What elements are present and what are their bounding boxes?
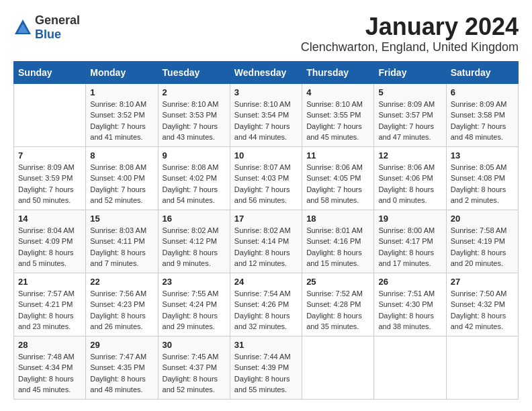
- calendar-cell: 10Sunrise: 8:07 AMSunset: 4:03 PMDayligh…: [230, 146, 302, 210]
- day-number: 29: [90, 340, 153, 350]
- day-number: 11: [306, 150, 369, 161]
- weekday-header-tuesday: Tuesday: [158, 61, 230, 83]
- day-info: Sunrise: 8:10 AMSunset: 3:55 PMDaylight:…: [306, 99, 369, 143]
- week-row-1: 1Sunrise: 8:10 AMSunset: 3:52 PMDaylight…: [14, 83, 519, 146]
- weekday-header-sunday: Sunday: [14, 61, 86, 83]
- day-info: Sunrise: 7:45 AMSunset: 4:37 PMDaylight:…: [163, 351, 226, 396]
- day-number: 20: [451, 214, 514, 224]
- calendar-cell: [446, 336, 518, 399]
- calendar-cell: 20Sunrise: 7:58 AMSunset: 4:19 PMDayligh…: [446, 210, 518, 273]
- calendar-header: SundayMondayTuesdayWednesdayThursdayFrid…: [14, 61, 519, 83]
- day-number: 14: [18, 214, 81, 224]
- day-number: 12: [378, 150, 441, 161]
- calendar-cell: 23Sunrise: 7:55 AMSunset: 4:24 PMDayligh…: [158, 273, 230, 336]
- day-info: Sunrise: 8:09 AMSunset: 3:59 PMDaylight:…: [18, 162, 81, 206]
- day-info: Sunrise: 8:06 AMSunset: 4:06 PMDaylight:…: [378, 162, 441, 206]
- calendar-table: SundayMondayTuesdayWednesdayThursdayFrid…: [13, 61, 519, 400]
- day-number: 26: [378, 277, 441, 287]
- day-info: Sunrise: 8:06 AMSunset: 4:05 PMDaylight:…: [306, 162, 369, 206]
- day-info: Sunrise: 8:10 AMSunset: 3:52 PMDaylight:…: [90, 99, 153, 143]
- day-info: Sunrise: 8:05 AMSunset: 4:08 PMDaylight:…: [451, 162, 514, 206]
- logo: General Blue: [13, 13, 80, 42]
- week-row-5: 28Sunrise: 7:48 AMSunset: 4:34 PMDayligh…: [14, 336, 519, 399]
- calendar-cell: 24Sunrise: 7:54 AMSunset: 4:26 PMDayligh…: [230, 273, 302, 336]
- day-info: Sunrise: 7:52 AMSunset: 4:28 PMDaylight:…: [306, 288, 369, 332]
- calendar-body: 1Sunrise: 8:10 AMSunset: 3:52 PMDaylight…: [14, 83, 519, 399]
- weekday-header-thursday: Thursday: [302, 61, 374, 83]
- calendar-cell: 7Sunrise: 8:09 AMSunset: 3:59 PMDaylight…: [14, 146, 86, 210]
- day-number: 17: [234, 214, 298, 224]
- calendar-cell: 5Sunrise: 8:09 AMSunset: 3:57 PMDaylight…: [374, 83, 446, 146]
- day-info: Sunrise: 8:08 AMSunset: 4:02 PMDaylight:…: [163, 162, 226, 206]
- day-number: 24: [234, 277, 298, 287]
- day-number: 28: [18, 340, 81, 350]
- day-info: Sunrise: 7:47 AMSunset: 4:35 PMDaylight:…: [90, 351, 153, 396]
- calendar-cell: 26Sunrise: 7:51 AMSunset: 4:30 PMDayligh…: [374, 273, 446, 336]
- weekday-row: SundayMondayTuesdayWednesdayThursdayFrid…: [14, 61, 519, 83]
- day-info: Sunrise: 8:02 AMSunset: 4:12 PMDaylight:…: [163, 225, 226, 269]
- week-row-3: 14Sunrise: 8:04 AMSunset: 4:09 PMDayligh…: [14, 210, 519, 273]
- day-number: 6: [451, 87, 514, 97]
- day-number: 30: [163, 340, 226, 350]
- week-row-2: 7Sunrise: 8:09 AMSunset: 3:59 PMDaylight…: [14, 146, 519, 210]
- calendar-cell: 28Sunrise: 7:48 AMSunset: 4:34 PMDayligh…: [14, 336, 86, 399]
- day-number: 9: [163, 150, 226, 161]
- day-info: Sunrise: 7:54 AMSunset: 4:26 PMDaylight:…: [234, 288, 298, 332]
- calendar-cell: [374, 336, 446, 399]
- day-info: Sunrise: 8:07 AMSunset: 4:03 PMDaylight:…: [234, 162, 298, 206]
- calendar-cell: 19Sunrise: 8:00 AMSunset: 4:17 PMDayligh…: [374, 210, 446, 273]
- calendar-cell: 6Sunrise: 8:09 AMSunset: 3:58 PMDaylight…: [446, 83, 518, 146]
- calendar-cell: 22Sunrise: 7:56 AMSunset: 4:23 PMDayligh…: [86, 273, 158, 336]
- day-number: 4: [306, 87, 369, 97]
- day-info: Sunrise: 8:04 AMSunset: 4:09 PMDaylight:…: [18, 225, 81, 269]
- day-info: Sunrise: 8:10 AMSunset: 3:54 PMDaylight:…: [234, 99, 298, 143]
- day-info: Sunrise: 8:02 AMSunset: 4:14 PMDaylight:…: [234, 225, 298, 269]
- day-number: 7: [18, 150, 81, 161]
- logo-general: General: [35, 13, 80, 27]
- calendar-cell: 17Sunrise: 8:02 AMSunset: 4:14 PMDayligh…: [230, 210, 302, 273]
- calendar-cell: 14Sunrise: 8:04 AMSunset: 4:09 PMDayligh…: [14, 210, 86, 273]
- day-number: 27: [451, 277, 514, 287]
- day-number: 18: [306, 214, 369, 224]
- logo-blue: Blue: [35, 28, 61, 41]
- day-number: 19: [378, 214, 441, 224]
- month-title: January 2024: [301, 13, 519, 40]
- calendar-cell: 31Sunrise: 7:44 AMSunset: 4:39 PMDayligh…: [230, 336, 302, 399]
- weekday-header-wednesday: Wednesday: [230, 61, 302, 83]
- day-info: Sunrise: 8:09 AMSunset: 3:58 PMDaylight:…: [451, 99, 514, 143]
- calendar-cell: [14, 83, 86, 146]
- calendar-cell: 18Sunrise: 8:01 AMSunset: 4:16 PMDayligh…: [302, 210, 374, 273]
- day-number: 10: [234, 150, 298, 161]
- calendar-cell: 29Sunrise: 7:47 AMSunset: 4:35 PMDayligh…: [86, 336, 158, 399]
- day-info: Sunrise: 8:03 AMSunset: 4:11 PMDaylight:…: [90, 225, 153, 269]
- calendar-cell: 13Sunrise: 8:05 AMSunset: 4:08 PMDayligh…: [446, 146, 518, 210]
- weekday-header-friday: Friday: [374, 61, 446, 83]
- page-header: General Blue January 2024 Clenchwarton, …: [13, 13, 519, 54]
- week-row-4: 21Sunrise: 7:57 AMSunset: 4:21 PMDayligh…: [14, 273, 519, 336]
- title-block: January 2024 Clenchwarton, England, Unit…: [301, 13, 519, 54]
- day-number: 15: [90, 214, 153, 224]
- day-info: Sunrise: 8:10 AMSunset: 3:53 PMDaylight:…: [163, 99, 226, 143]
- day-info: Sunrise: 7:57 AMSunset: 4:21 PMDaylight:…: [18, 288, 81, 332]
- calendar-cell: 9Sunrise: 8:08 AMSunset: 4:02 PMDaylight…: [158, 146, 230, 210]
- calendar-cell: 2Sunrise: 8:10 AMSunset: 3:53 PMDaylight…: [158, 83, 230, 146]
- day-info: Sunrise: 8:01 AMSunset: 4:16 PMDaylight:…: [306, 225, 369, 269]
- calendar-cell: 8Sunrise: 8:08 AMSunset: 4:00 PMDaylight…: [86, 146, 158, 210]
- day-number: 3: [234, 87, 298, 97]
- calendar-cell: 27Sunrise: 7:50 AMSunset: 4:32 PMDayligh…: [446, 273, 518, 336]
- calendar-cell: 11Sunrise: 8:06 AMSunset: 4:05 PMDayligh…: [302, 146, 374, 210]
- day-info: Sunrise: 7:58 AMSunset: 4:19 PMDaylight:…: [451, 225, 514, 269]
- weekday-header-saturday: Saturday: [446, 61, 518, 83]
- day-number: 21: [18, 277, 81, 287]
- day-number: 16: [163, 214, 226, 224]
- calendar-cell: [302, 336, 374, 399]
- day-number: 1: [90, 87, 153, 97]
- day-number: 31: [234, 340, 298, 350]
- calendar-cell: 4Sunrise: 8:10 AMSunset: 3:55 PMDaylight…: [302, 83, 374, 146]
- day-number: 2: [163, 87, 226, 97]
- day-info: Sunrise: 8:00 AMSunset: 4:17 PMDaylight:…: [378, 225, 441, 269]
- day-info: Sunrise: 7:44 AMSunset: 4:39 PMDaylight:…: [234, 351, 298, 396]
- day-info: Sunrise: 7:50 AMSunset: 4:32 PMDaylight:…: [451, 288, 514, 332]
- day-info: Sunrise: 7:55 AMSunset: 4:24 PMDaylight:…: [163, 288, 226, 332]
- calendar-cell: 25Sunrise: 7:52 AMSunset: 4:28 PMDayligh…: [302, 273, 374, 336]
